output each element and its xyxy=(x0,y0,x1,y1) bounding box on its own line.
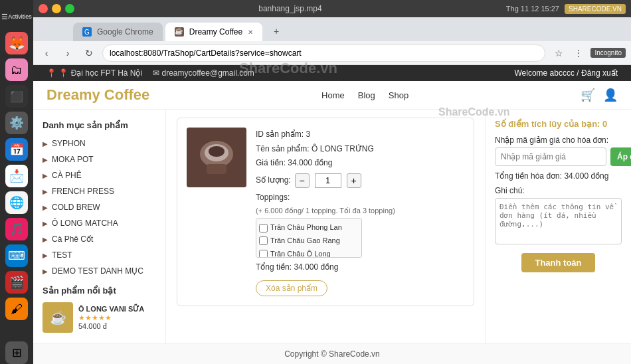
footer-text: Copyright © ShareCode.vn xyxy=(284,349,380,359)
discount-input[interactable] xyxy=(495,147,606,166)
qty-input[interactable] xyxy=(315,173,341,188)
toppings-label: Toppings: xyxy=(256,191,464,205)
browser-nav: ‹ › ↻ ☆ ⋮ Incognito xyxy=(33,41,631,65)
product-id-label: ID sản phẩm: xyxy=(256,130,304,139)
site-header-right: Welcome abcccc / Đăng xuất xyxy=(514,68,618,78)
arrow-icon: ▶ xyxy=(43,140,48,147)
bookmark-button[interactable]: ☆ xyxy=(551,45,567,61)
nav-shop[interactable]: Shop xyxy=(389,90,408,100)
arrow-icon: ▶ xyxy=(43,156,48,163)
brush-icon[interactable]: 🖌 xyxy=(5,298,28,320)
tab-dreamy-coffee[interactable]: ☕ Dreamy Coffee ✕ xyxy=(165,23,262,41)
sidebar-item-test[interactable]: ▶ TEST xyxy=(33,247,165,263)
sidebar-item-ca-phe-cot[interactable]: ▶ Cà Phê Cốt xyxy=(33,231,165,247)
chrome-icon[interactable]: 🌐 xyxy=(5,191,28,214)
user-icon[interactable]: 👤 xyxy=(603,88,618,102)
refresh-button[interactable]: ↻ xyxy=(81,45,97,61)
topping-checkbox-0[interactable] xyxy=(259,224,268,232)
topping-row-2: Trân Châu Ô Long xyxy=(259,248,359,258)
remove-product-button[interactable]: Xóa sản phẩm xyxy=(256,280,327,296)
product-name-row: Tên sản phẩm: Ô LONG TRỨNG xyxy=(256,142,464,157)
menu-button[interactable]: ⋮ xyxy=(571,45,586,61)
firefox-icon[interactable]: 🦊 xyxy=(5,32,28,54)
discount-label: Nhập mã giảm giá cho hóa đơn: xyxy=(495,136,622,145)
cart-icon[interactable]: 🛒 xyxy=(581,88,595,102)
minimize-button[interactable] xyxy=(52,4,61,13)
cart-total-value: 34.000 đồng xyxy=(294,262,338,272)
site-logo[interactable]: Dreamy Coffee xyxy=(46,86,149,104)
window-title: banhang_jsp.mp4 xyxy=(80,4,501,13)
featured-item-0[interactable]: ☕ Ô LONG VANI SỮA ★★★★★ 54.000 đ xyxy=(43,300,156,335)
tab-close-icon[interactable]: ✕ xyxy=(248,29,253,36)
site-header-left: 📍 📍 Đại học FPT Hà Nội ✉ dreamycoffee@gm… xyxy=(46,68,254,78)
sidebar-category-title: Danh mục sản phẩm xyxy=(33,118,165,133)
mail-icon[interactable]: 📩 xyxy=(5,165,28,187)
address-bar[interactable] xyxy=(102,45,545,62)
os-taskbar: ☰Activities 🦊 🗂 ⬛ ⚙️ 📅 📩 🌐 🎵 ⌨ 🎬 🖌 ⊞ xyxy=(0,0,33,364)
browser-tabs: G Google Chrome ☕ Dreamy Coffee ✕ + xyxy=(33,17,631,41)
sharecode-logo-top: SHARECODE.VN xyxy=(565,4,626,14)
product-qty-row: Số lượng: − + xyxy=(256,171,464,191)
tab-google-chrome[interactable]: G Google Chrome xyxy=(73,23,163,41)
sidebar: Danh mục sản phẩm ▶ SYPHON ▶ MOKA POT ▶ … xyxy=(33,110,166,343)
arrow-icon: ▶ xyxy=(43,188,48,195)
topping-checkbox-1[interactable] xyxy=(259,236,268,245)
featured-price-0: 54.000 đ xyxy=(78,322,144,330)
music-icon[interactable]: 🎵 xyxy=(5,218,28,240)
cart-area: ID sản phẩm: 3 Tên sản phẩm: Ô LONG TRỨN… xyxy=(166,110,485,343)
checkout-button[interactable]: Thanh toán xyxy=(521,253,594,272)
qty-label: Số lượng: xyxy=(256,173,291,188)
nav-home[interactable]: Home xyxy=(321,90,345,100)
nav-blog[interactable]: Blog xyxy=(358,90,375,100)
site-nav-icons: 🛒 👤 xyxy=(581,88,618,102)
arrow-icon: ▶ xyxy=(43,204,48,211)
cart-item-total-row: Tổng tiền: 34.000 đồng xyxy=(256,260,464,275)
qty-increase-button[interactable]: + xyxy=(347,173,361,188)
topping-scroll-list[interactable]: Trân Châu Phong Lan Trân Châu Gao Rang T… xyxy=(256,218,362,258)
qty-decrease-button[interactable]: − xyxy=(295,173,310,188)
cart-total-label: Tổng tiền: xyxy=(256,262,292,272)
email-info: ✉ dreamycoffee@gmail.com xyxy=(153,68,254,78)
nav-right: ☆ ⋮ Incognito xyxy=(551,45,626,61)
site-footer: Copyright © ShareCode.vn xyxy=(33,343,631,364)
activities-button[interactable]: ☰Activities xyxy=(5,5,28,28)
sidebar-item-french-press[interactable]: ▶ FRENCH PRESS xyxy=(33,183,165,199)
new-tab-button[interactable]: + xyxy=(268,23,285,40)
files-icon[interactable]: 🗂 xyxy=(5,58,28,81)
dreamy-tab-favicon: ☕ xyxy=(175,27,184,37)
settings-icon[interactable]: ⚙️ xyxy=(5,112,28,134)
sidebar-item-ca-phe[interactable]: ▶ CÀ PHÊ xyxy=(33,167,165,183)
topping-row-1: Trân Châu Gao Rang xyxy=(259,234,359,248)
product-id-row: ID sản phẩm: 3 xyxy=(256,128,464,142)
code-icon[interactable]: ⌨ xyxy=(5,244,28,267)
arrow-icon: ▶ xyxy=(43,220,48,227)
site-navbar: Dreamy Coffee Home Blog Shop 🛒 👤 xyxy=(33,81,631,110)
sidebar-item-o-long-matcha[interactable]: ▶ Ô LONG MATCHA xyxy=(33,215,165,231)
sidebar-item-demo-test[interactable]: ▶ DEMO TEST DANH MỤC xyxy=(33,263,165,279)
site-nav-links: Home Blog Shop xyxy=(321,90,408,100)
forward-button[interactable]: › xyxy=(60,45,76,61)
topping-checkbox-2[interactable] xyxy=(259,250,268,258)
points-display: Số điểm tích lũy của bạn: 0 xyxy=(495,119,622,129)
terminal-icon[interactable]: ⬛ xyxy=(5,85,28,108)
tab-inactive-label: Google Chrome xyxy=(97,27,153,37)
site-header: 📍 📍 Đại học FPT Hà Nội ✉ dreamycoffee@gm… xyxy=(33,65,631,81)
calendar-icon[interactable]: 📅 xyxy=(5,138,28,161)
back-button[interactable]: ‹ xyxy=(39,45,54,61)
video-icon[interactable]: 🎬 xyxy=(5,271,28,294)
site-main: Danh mục sản phẩm ▶ SYPHON ▶ MOKA POT ▶ … xyxy=(33,110,631,343)
sidebar-item-syphon[interactable]: ▶ SYPHON xyxy=(33,136,165,151)
maximize-button[interactable] xyxy=(65,4,74,13)
svg-point-3 xyxy=(209,146,225,157)
sidebar-item-cold-brew[interactable]: ▶ COLD BREW xyxy=(33,199,165,215)
product-price-value: 34.000 đồng xyxy=(288,158,332,167)
product-id-value: 3 xyxy=(306,130,310,139)
sidebar-item-moka-pot[interactable]: ▶ MOKA POT xyxy=(33,151,165,167)
featured-stars-0: ★★★★★ xyxy=(78,314,144,322)
featured-info-0: Ô LONG VANI SỮA ★★★★★ 54.000 đ xyxy=(78,305,144,330)
notes-textarea[interactable] xyxy=(495,198,622,244)
topping-label-0: Trân Châu Phong Lan xyxy=(270,221,342,234)
close-button[interactable] xyxy=(39,4,48,13)
grid-icon[interactable]: ⊞ xyxy=(5,341,28,364)
apply-discount-button[interactable]: Áp dụng xyxy=(610,147,631,166)
